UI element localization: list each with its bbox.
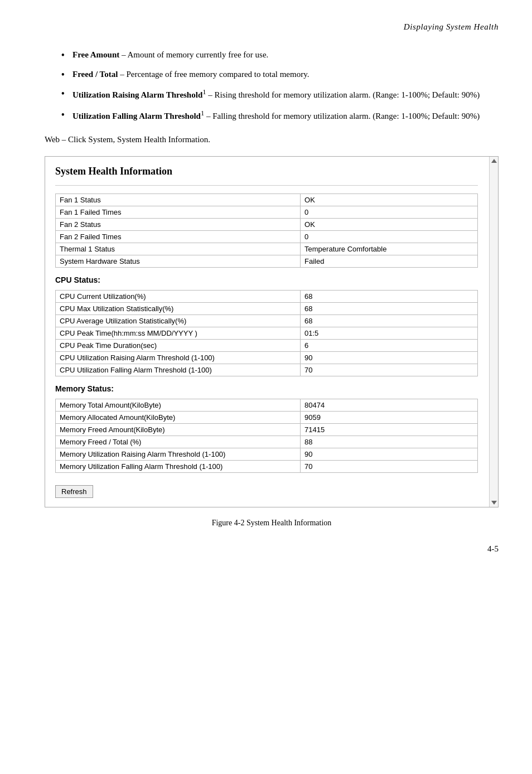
memory-status-table: Memory Total Amount(KiloByte) 80474 Memo…	[55, 399, 478, 473]
desc-raising: – Rising threshold for memory utilizatio…	[208, 90, 480, 99]
fan1-status-value: OK	[301, 194, 478, 206]
cpu-falling-label: CPU Utilization Falling Alarm Threshold …	[56, 364, 301, 376]
cpu-peak-time-value: 01:5	[301, 327, 478, 339]
table-row: Memory Utilization Raising Alarm Thresho…	[56, 448, 478, 460]
page-number: 4-5	[45, 544, 499, 554]
cpu-raising-value: 90	[301, 351, 478, 364]
desc-freed-total: – Percentage of free memory compared to …	[120, 70, 309, 79]
mem-total-label: Memory Total Amount(KiloByte)	[56, 399, 301, 411]
table-row: Fan 2 Failed Times 0	[56, 230, 478, 243]
cpu-avg-util-label: CPU Average Utilization Statistically(%)	[56, 315, 301, 327]
list-item: Utilization Falling Alarm Threshold1 – F…	[61, 108, 499, 123]
cpu-section-label: CPU Status:	[55, 275, 478, 284]
table-row: CPU Max Utilization Statistically(%) 68	[56, 302, 478, 315]
sys-hardware-label: System Hardware Status	[56, 255, 301, 267]
desc-falling: – Falling threshold for memory utilizati…	[206, 112, 480, 120]
sys-hardware-value: Failed	[301, 255, 478, 267]
mem-raising-label: Memory Utilization Raising Alarm Thresho…	[56, 448, 301, 460]
table-row: Fan 1 Status OK	[56, 194, 478, 206]
mem-freed-value: 71415	[301, 423, 478, 436]
mem-total-value: 80474	[301, 399, 478, 411]
cpu-falling-value: 70	[301, 364, 478, 376]
mem-alloc-label: Memory Allocated Amount(KiloByte)	[56, 411, 301, 423]
sup-falling: 1	[201, 109, 204, 117]
cpu-max-util-label: CPU Max Utilization Statistically(%)	[56, 302, 301, 315]
table-row: Fan 1 Failed Times 0	[56, 206, 478, 218]
fan-status-table: Fan 1 Status OK Fan 1 Failed Times 0 Fan…	[55, 194, 478, 268]
mem-freed-label: Memory Freed Amount(KiloByte)	[56, 423, 301, 436]
fan1-failed-label: Fan 1 Failed Times	[56, 206, 301, 218]
mem-alloc-value: 9059	[301, 411, 478, 423]
table-row: Memory Utilization Falling Alarm Thresho…	[56, 460, 478, 472]
cpu-peak-dur-label: CPU Peak Time Duration(sec)	[56, 339, 301, 351]
fan2-status-label: Fan 2 Status	[56, 218, 301, 230]
bullet-list: Free Amount – Amount of memory currently…	[61, 49, 499, 122]
header-title: Displaying System Health	[404, 22, 499, 31]
mem-falling-value: 70	[301, 460, 478, 472]
web-note: Web – Click System, System Health Inform…	[45, 133, 499, 146]
table-row: Memory Allocated Amount(KiloByte) 9059	[56, 411, 478, 423]
table-row: Thermal 1 Status Temperature Comfortable	[56, 243, 478, 255]
cpu-avg-util-value: 68	[301, 315, 478, 327]
term-falling: Utilization Falling Alarm Threshold	[72, 112, 201, 120]
scroll-up-icon[interactable]	[491, 159, 497, 163]
desc-free-amount: – Amount of memory currently free for us…	[122, 50, 268, 59]
cpu-status-table: CPU Current Utilization(%) 68 CPU Max Ut…	[55, 290, 478, 376]
list-item: Free Amount – Amount of memory currently…	[61, 49, 499, 61]
term-freed-total: Freed / Total	[72, 70, 118, 79]
fan2-failed-value: 0	[301, 230, 478, 243]
table-row: CPU Average Utilization Statistically(%)…	[56, 315, 478, 327]
page-header: Displaying System Health	[45, 22, 499, 32]
table-row: System Hardware Status Failed	[56, 255, 478, 267]
fan2-status-value: OK	[301, 218, 478, 230]
mem-freed-total-label: Memory Freed / Total (%)	[56, 436, 301, 448]
cpu-raising-label: CPU Utilization Raising Alarm Threshold …	[56, 351, 301, 364]
mem-falling-label: Memory Utilization Falling Alarm Thresho…	[56, 460, 301, 472]
table-row: Memory Freed Amount(KiloByte) 71415	[56, 423, 478, 436]
figure-caption: Figure 4-2 System Health Information	[45, 519, 499, 528]
panel-divider	[55, 185, 478, 186]
table-row: Memory Total Amount(KiloByte) 80474	[56, 399, 478, 411]
list-item: Utilization Raising Alarm Threshold1 – R…	[61, 87, 499, 101]
thermal1-label: Thermal 1 Status	[56, 243, 301, 255]
table-row: CPU Current Utilization(%) 68	[56, 290, 478, 302]
mem-freed-total-value: 88	[301, 436, 478, 448]
thermal1-value: Temperature Comfortable	[301, 243, 478, 255]
web-note-text: Web – Click System, System Health Inform…	[45, 135, 210, 144]
table-row: CPU Peak Time Duration(sec) 6	[56, 339, 478, 351]
table-row: CPU Utilization Raising Alarm Threshold …	[56, 351, 478, 364]
fan2-failed-label: Fan 2 Failed Times	[56, 230, 301, 243]
sup-raising: 1	[202, 88, 206, 96]
cpu-current-util-label: CPU Current Utilization(%)	[56, 290, 301, 302]
refresh-button[interactable]: Refresh	[55, 485, 93, 498]
memory-section-label: Memory Status:	[55, 384, 478, 393]
mem-raising-value: 90	[301, 448, 478, 460]
panel-title: System Health Information	[55, 166, 478, 177]
table-row: Fan 2 Status OK	[56, 218, 478, 230]
fan1-status-label: Fan 1 Status	[56, 194, 301, 206]
system-health-panel: System Health Information Fan 1 Status O…	[45, 156, 499, 507]
cpu-peak-dur-value: 6	[301, 339, 478, 351]
cpu-peak-time-label: CPU Peak Time(hh:mm:ss MM/DD/YYYY )	[56, 327, 301, 339]
term-raising: Utilization Raising Alarm Threshold	[72, 90, 202, 99]
term-free-amount: Free Amount	[72, 50, 119, 59]
table-row: CPU Utilization Falling Alarm Threshold …	[56, 364, 478, 376]
cpu-max-util-value: 68	[301, 302, 478, 315]
cpu-current-util-value: 68	[301, 290, 478, 302]
list-item: Freed / Total – Percentage of free memor…	[61, 68, 499, 81]
scroll-down-icon[interactable]	[491, 501, 497, 505]
scrollbar[interactable]	[489, 157, 498, 507]
fan1-failed-value: 0	[301, 206, 478, 218]
table-row: CPU Peak Time(hh:mm:ss MM/DD/YYYY ) 01:5	[56, 327, 478, 339]
table-row: Memory Freed / Total (%) 88	[56, 436, 478, 448]
